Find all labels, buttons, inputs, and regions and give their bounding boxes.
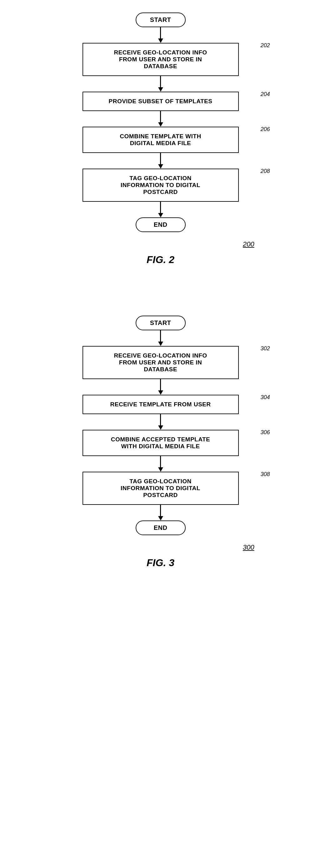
fig3-label: FIG. 3 — [147, 557, 174, 569]
fig3-ref-304: 304 — [260, 394, 270, 401]
fig2-step-206-row: COMBINE TEMPLATE WITHDIGITAL MEDIA FILE … — [42, 127, 280, 153]
page: START RECEIVE GEO-LOCATION INFOFROM USER… — [0, 0, 321, 613]
fig3-diagram: START RECEIVE GEO-LOCATION INFOFROM USER… — [42, 316, 280, 600]
fig3-step-306-row: COMBINE ACCEPTED TEMPLATEWITH DIGITAL ME… — [42, 430, 280, 456]
fig3-step-304: RECEIVE TEMPLATE FROM USER — [83, 395, 239, 414]
fig2-arrow-4 — [158, 202, 163, 217]
fig3-arrow-1 — [158, 379, 163, 395]
fig2-end-node: END — [136, 217, 186, 232]
fig2-step-208: TAG GEO-LOCATIONINFORMATION TO DIGITALPO… — [83, 168, 239, 202]
fig3-end-node: END — [136, 521, 186, 535]
fig2-start-node: START — [136, 12, 186, 27]
fig2-arrow-1 — [158, 76, 163, 92]
fig2-arrow-0 — [158, 27, 163, 43]
fig3-arrow-2 — [158, 414, 163, 430]
fig2-step-202: RECEIVE GEO-LOCATION INFOFROM USER AND S… — [83, 43, 239, 76]
fig3-step-304-row: RECEIVE TEMPLATE FROM USER 304 — [42, 395, 280, 414]
fig2-step-208-row: TAG GEO-LOCATIONINFORMATION TO DIGITALPO… — [42, 168, 280, 202]
fig2-ref-206: 206 — [260, 126, 270, 133]
fig3-diagram-num: 300 — [243, 543, 254, 552]
fig3-ref-306: 306 — [260, 429, 270, 436]
fig2-flowchart: START RECEIVE GEO-LOCATION INFOFROM USER… — [42, 12, 280, 232]
fig2-step-202-row: RECEIVE GEO-LOCATION INFOFROM USER AND S… — [42, 43, 280, 76]
fig3-arrow-3 — [158, 456, 163, 472]
fig3-ref-302: 302 — [260, 345, 270, 352]
fig3-step-308-row: TAG GEO-LOCATIONINFORMATION TO DIGITALPO… — [42, 472, 280, 505]
fig3-flowchart: START RECEIVE GEO-LOCATION INFOFROM USER… — [42, 316, 280, 535]
fig2-ref-202: 202 — [260, 42, 270, 49]
fig2-ref-208: 208 — [260, 168, 270, 175]
fig3-start-node: START — [136, 316, 186, 330]
fig3-arrow-0 — [158, 330, 163, 346]
fig2-arrow-3 — [158, 153, 163, 168]
fig3-arrow-4 — [158, 505, 163, 521]
fig2-step-204: PROVIDE SUBSET OF TEMPLATES — [83, 92, 239, 111]
fig2-step-206: COMBINE TEMPLATE WITHDIGITAL MEDIA FILE — [83, 127, 239, 153]
fig2-diagram-num: 200 — [243, 240, 254, 248]
fig2-step-204-row: PROVIDE SUBSET OF TEMPLATES 204 — [42, 92, 280, 111]
fig2-diagram: START RECEIVE GEO-LOCATION INFOFROM USER… — [42, 12, 280, 297]
fig3-step-306: COMBINE ACCEPTED TEMPLATEWITH DIGITAL ME… — [83, 430, 239, 456]
fig3-step-308: TAG GEO-LOCATIONINFORMATION TO DIGITALPO… — [83, 472, 239, 505]
fig2-arrow-2 — [158, 111, 163, 127]
fig3-ref-308: 308 — [260, 471, 270, 477]
fig3-step-302: RECEIVE GEO-LOCATION INFOFROM USER AND S… — [83, 346, 239, 379]
fig2-ref-204: 204 — [260, 91, 270, 98]
fig3-step-302-row: RECEIVE GEO-LOCATION INFOFROM USER AND S… — [42, 346, 280, 379]
fig2-label: FIG. 2 — [147, 254, 174, 266]
